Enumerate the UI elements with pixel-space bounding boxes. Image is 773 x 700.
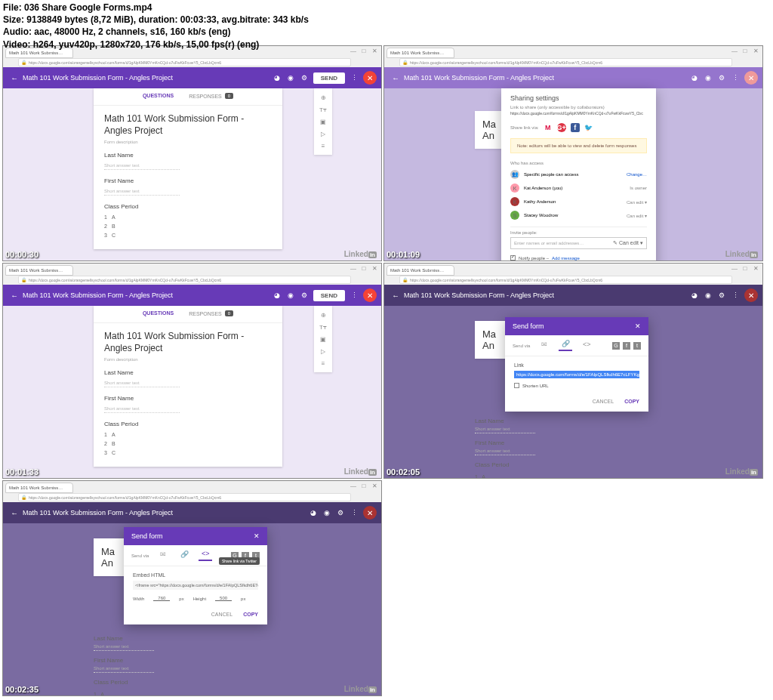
close-icon[interactable]: ✕ <box>254 532 260 540</box>
close-icon[interactable]: ✕ <box>635 322 641 330</box>
tab-questions[interactable]: QUESTIONS <box>143 93 174 99</box>
form-canvas: QUESTIONS RESPONSES0 Math 101 Work Submi… <box>3 88 381 261</box>
copy-button[interactable]: COPY <box>624 399 639 404</box>
thumb-5: Math 101 Work Submiss…—□✕🔒https://docs.g… <box>2 480 382 696</box>
permission-dropdown[interactable]: ✎ Can edit ▾ <box>613 240 643 246</box>
thumbnail-grid: Math 101 Work Submiss… —□✕ 🔒https://docs… <box>2 45 763 696</box>
notify-checkbox[interactable] <box>510 255 516 261</box>
height-input[interactable]: 500 <box>215 596 232 601</box>
field-lastname: Last Name <box>104 152 272 159</box>
field-classperiod: Class Period <box>104 203 272 210</box>
add-question-icon[interactable]: ⊕ <box>314 91 332 103</box>
tab-responses[interactable]: RESPONSES0 <box>189 93 233 99</box>
send-link-icon[interactable]: 🔗 <box>177 550 191 560</box>
twitter-icon[interactable]: 🐦 <box>584 123 593 132</box>
twitter-tooltip: Share link via Twitter <box>219 557 260 565</box>
send-url-field[interactable]: https://docs.google.com/forms/d/e/1FAIpQ… <box>514 371 639 378</box>
form-desc[interactable]: Form description <box>104 140 272 144</box>
width-input[interactable]: 760 <box>153 596 170 601</box>
thumb-3: Math 101 Work Submiss…—□✕🔒https://docs.g… <box>2 263 382 479</box>
twitter-icon[interactable]: t <box>633 342 641 350</box>
send-link-icon[interactable]: 🔗 <box>559 340 572 351</box>
change-link[interactable]: Change… <box>627 172 647 177</box>
embed-code-field[interactable]: <iframe src="https://docs.google.com/for… <box>133 581 258 590</box>
thumb-6-empty <box>383 480 763 696</box>
add-title-icon[interactable]: Tᴛ <box>314 103 332 116</box>
send-embed-icon[interactable]: <> <box>580 341 593 350</box>
editor-note: Note: editors will be able to view and d… <box>510 138 647 153</box>
dialog-title: Send form <box>513 322 544 330</box>
thumb-4: Math 101 Work Submiss…—□✕🔒https://docs.g… <box>383 263 763 479</box>
close-icon[interactable]: ✕ <box>363 71 377 85</box>
add-message-link[interactable]: Add message <box>552 256 580 261</box>
send-email-icon[interactable]: ✉ <box>156 550 170 560</box>
send-email-icon[interactable]: ✉ <box>537 341 551 350</box>
gmail-icon[interactable]: M <box>544 123 553 132</box>
invite-input[interactable]: Enter names or email addresses…✎ Can edi… <box>510 237 647 249</box>
palette-icon[interactable]: ◕ <box>273 73 282 82</box>
timestamp: 00:00:30 <box>5 250 38 259</box>
send-embed-icon[interactable]: <> <box>199 550 212 561</box>
add-video-icon[interactable]: ▷ <box>314 128 332 140</box>
send-form-dialog: Send form✕ Send via ✉ 🔗 <> Gft Link http… <box>505 317 648 412</box>
send-form-dialog-embed: Send form✕ Send via ✉ 🔗 <> Gft Share lin… <box>124 527 267 624</box>
field-firstname: First Name <box>104 177 272 184</box>
sharing-dialog: Sharing settings Link to share (only acc… <box>501 88 656 261</box>
gear-icon[interactable]: ⚙ <box>300 73 309 82</box>
option-b[interactable]: 2B <box>104 224 272 229</box>
option-a[interactable]: 1A <box>104 214 272 220</box>
gplus-icon[interactable]: G+ <box>557 123 566 132</box>
cancel-button[interactable]: CANCEL <box>211 612 233 617</box>
media-info: File: 036 Share Google Forms.mp4 Size: 9… <box>3 2 309 51</box>
shorten-checkbox[interactable] <box>514 383 519 388</box>
form-card[interactable]: QUESTIONS RESPONSES0 Math 101 Work Submi… <box>94 88 282 249</box>
access-row: 👥Specific people can accessChange… <box>501 168 656 181</box>
lock-icon: 🔒 <box>21 60 26 65</box>
facebook-icon[interactable]: f <box>623 342 630 350</box>
side-toolbar: ⊕ Tᴛ ▣ ▷ ≡ <box>314 88 332 155</box>
cancel-button[interactable]: CANCEL <box>593 399 614 404</box>
app-header: ← Math 101 Work Submission Form - Angles… <box>3 67 381 88</box>
form-title[interactable]: Math 101 Work Submission Form - Angles P… <box>104 113 272 137</box>
watermark: Linkedin <box>344 250 377 258</box>
add-section-icon[interactable]: ≡ <box>314 140 332 152</box>
thumb-2: Math 101 Work Submiss… —□✕ 🔒https://docs… <box>383 45 763 261</box>
preview-icon[interactable]: ◉ <box>286 73 295 82</box>
send-button[interactable]: SEND <box>313 72 345 84</box>
dialog-title: Sharing settings <box>501 88 656 105</box>
share-url[interactable]: https://docs.google.com/forms/d/1gAlpKMM… <box>501 109 656 120</box>
copy-button[interactable]: COPY <box>243 612 258 617</box>
more-icon[interactable]: ⋮ <box>350 73 359 82</box>
back-icon[interactable]: ← <box>11 74 18 82</box>
thumb-1: Math 101 Work Submiss… —□✕ 🔒https://docs… <box>2 45 382 261</box>
add-image-icon[interactable]: ▣ <box>314 116 332 128</box>
facebook-icon[interactable]: f <box>571 123 580 132</box>
page-title: Math 101 Work Submission Form - Angles P… <box>23 74 173 82</box>
option-c[interactable]: 3C <box>104 233 272 238</box>
gplus-icon[interactable]: G <box>612 342 620 350</box>
address-bar[interactable]: 🔒https://docs.google.com/a/orangemellsys… <box>18 58 351 66</box>
